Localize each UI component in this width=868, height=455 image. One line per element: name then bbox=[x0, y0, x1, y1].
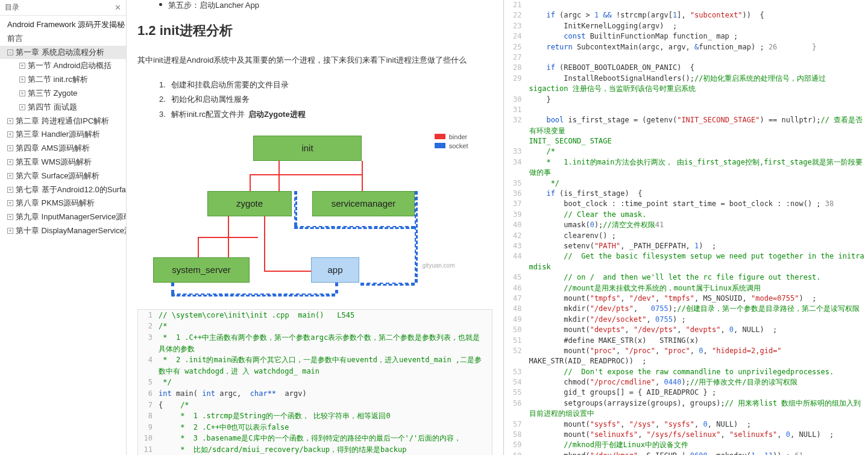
list-item: 2.初始化和启动属性服务 bbox=[159, 92, 492, 107]
code-line: 32 bool is_first_stage = (getenv("INIT_S… bbox=[510, 115, 865, 136]
code-line: 50 mount("devpts", "/dev/pts", "devpts",… bbox=[510, 325, 865, 335]
expand-icon[interactable]: + bbox=[19, 104, 25, 110]
toc-label: 第三章 Handler源码解析 bbox=[16, 130, 100, 139]
ordered-list: 1.创建和挂载启动所需要的文件目录2.初始化和启动属性服务3.解析init.rc… bbox=[159, 78, 492, 122]
code-line: 29 InstallRebootSignalHandlers();//初始化重启… bbox=[510, 74, 865, 84]
toc-label: 第三节 Zygote bbox=[28, 89, 77, 98]
legend: binder socket bbox=[435, 133, 468, 151]
list-item: 1.创建和挂载启动所需要的文件目录 bbox=[159, 78, 492, 93]
code-line: 4 * 2 .init的main函数有两个其它入口，一是参数中有ueventd，… bbox=[138, 354, 492, 377]
code-line: 9 * 2 .C++中0也可以表示false bbox=[138, 422, 492, 433]
code-line: 28 if (REBOOT_BOOTLOADER_ON_PANIC) { bbox=[510, 63, 865, 73]
toc-item[interactable]: +第二节 init.rc解析 bbox=[0, 73, 126, 87]
toc-label: 前言 bbox=[7, 34, 23, 43]
content-right: 2122 if (argc > 1 && !strcmp(argv[1], "s… bbox=[504, 0, 869, 455]
expand-icon[interactable]: + bbox=[7, 118, 13, 124]
toc-item[interactable]: +第十章 DisplayManagerService源码解析 bbox=[0, 224, 126, 238]
toc-item[interactable]: +第三章 Handler源码解析 bbox=[0, 128, 126, 142]
code-line: 11 * 比如/sdcard/miui_recovery/backup，得到的结… bbox=[138, 444, 492, 455]
code-line: 23 InitKernelLogging(argv) ; bbox=[510, 21, 865, 31]
code-line: 1// \system\core\init\init .cpp main() L… bbox=[138, 310, 492, 321]
toc-label: 第八章 PKMS源码解析 bbox=[16, 198, 95, 207]
expand-icon[interactable]: + bbox=[7, 228, 13, 234]
box-servicemanager: servicemanager bbox=[312, 191, 415, 216]
code-line: 45 // on / and then we'll let the rc fil… bbox=[510, 272, 865, 283]
code-line: 53 // Don't expose the raw commandline t… bbox=[510, 367, 865, 377]
code-line: 2/* bbox=[138, 321, 492, 332]
code-line: 31 bbox=[510, 105, 865, 115]
code-line: 5 */ bbox=[138, 377, 492, 388]
toc-item[interactable]: +第九章 InputManagerService源码解析 bbox=[0, 210, 126, 224]
toc-item[interactable]: +第二章 跨进程通信IPC解析 bbox=[0, 115, 126, 128]
code-line: 10 * 3 .basename是C库中的一个函数，得到特定的路径中的最后一个'… bbox=[138, 433, 492, 444]
watermark: gityuan.com bbox=[423, 262, 455, 269]
expand-icon[interactable]: + bbox=[7, 200, 13, 206]
code-line: INIT_ SECOND_ STAGE bbox=[510, 136, 865, 146]
toc-label: 第五章 WMS源码解析 bbox=[16, 157, 92, 166]
box-system-server: system_server bbox=[153, 257, 250, 283]
collapse-icon[interactable]: - bbox=[7, 49, 13, 55]
code-line: 57 mount("sysfs", "/sys", "sysfs", 0, NU… bbox=[510, 419, 865, 430]
toc-item[interactable]: +第五章 WMS源码解析 bbox=[0, 155, 126, 169]
toc-label: 第七章 基于Android12.0的SurfaceFlinger源 bbox=[16, 185, 127, 194]
toc-label: 第二章 跨进程通信IPC解析 bbox=[16, 116, 109, 125]
code-line: 8 * 1 .strcmp是String的一个函数， 比较字符串，相等返回0 bbox=[138, 410, 492, 422]
expand-icon[interactable]: + bbox=[7, 131, 13, 137]
code-line: 21 bbox=[510, 0, 865, 10]
toc-label: 第一节 Android启动概括 bbox=[28, 61, 112, 70]
code-line: 39 // Clear the umask. bbox=[510, 210, 865, 220]
legend-swatch-blue bbox=[435, 143, 445, 148]
code-line: 47 mount("tmpfs", "/dev", "tmpfs", MS_NO… bbox=[510, 293, 865, 304]
code-line: MAKE_STR(AID_ READPROC)) ; bbox=[510, 356, 865, 366]
toc-label: 第四节 面试题 bbox=[28, 102, 77, 111]
expand-icon[interactable]: + bbox=[7, 214, 13, 220]
code-line: 56 setgroups(arraysize(groups), groups);… bbox=[510, 398, 865, 419]
toc-item[interactable]: Android Framework 源码开发揭秘 bbox=[0, 18, 126, 32]
close-icon[interactable]: ✕ bbox=[115, 3, 121, 12]
init-diagram: binder socket init zygote servicemanager… bbox=[137, 131, 492, 300]
toc-item[interactable]: +第三节 Zygote bbox=[0, 87, 126, 101]
intro-paragraph: 其中init进程是Android系统中及其重要的第一个进程，接下来我们来看下in… bbox=[137, 53, 492, 68]
toc-label: 第六章 Surface源码解析 bbox=[16, 171, 99, 180]
toc-item[interactable]: +第七章 基于Android12.0的SurfaceFlinger源 bbox=[0, 183, 126, 197]
code-line: 22 if (argc > 1 && !strcmp(argv[1], "sub… bbox=[510, 10, 865, 20]
toc-label: 第十章 DisplayManagerService源码解析 bbox=[16, 226, 127, 235]
legend-swatch-red bbox=[435, 134, 445, 139]
expand-icon[interactable]: + bbox=[7, 145, 13, 151]
code-block-left: 1// \system\core\init\init .cpp main() L… bbox=[137, 309, 492, 455]
list-item: 3.解析init.rc配置文件并启动Zygote进程 bbox=[159, 107, 492, 122]
step5: 第五步：启动Lancher App bbox=[159, 0, 492, 11]
code-line: sigaction 注册信号，当监听到该信号时重启系统 bbox=[510, 84, 865, 94]
toc-item[interactable]: -第一章 系统启动流程分析 bbox=[0, 46, 126, 60]
toc-item[interactable]: 前言 bbox=[0, 32, 126, 46]
box-zygote: zygote bbox=[207, 191, 292, 216]
toc-item[interactable]: +第四节 面试题 bbox=[0, 101, 126, 115]
code-line: 42 clearenv() ; bbox=[510, 231, 865, 241]
toc-item[interactable]: +第六章 Surface源码解析 bbox=[0, 169, 126, 183]
sidebar-title: 目录 bbox=[5, 2, 19, 13]
expand-icon[interactable]: + bbox=[7, 173, 13, 179]
code-line: 58 mount("selinuxfs", "/sys/fs/selinux",… bbox=[510, 430, 865, 440]
code-line: 49 mkdir("/dev/socket", 0755) ; bbox=[510, 315, 865, 325]
toc-item[interactable]: +第四章 AMS源码解析 bbox=[0, 142, 126, 155]
sidebar: 目录 ✕ Android Framework 源码开发揭秘前言-第一章 系统启动… bbox=[0, 0, 127, 455]
toc-item[interactable]: +第八章 PKMS源码解析 bbox=[0, 196, 126, 210]
code-line: 54 chmod("/proc/cmdline", 0440);//用于修改文件… bbox=[510, 377, 865, 388]
toc-item[interactable]: +第一节 Android启动概括 bbox=[0, 59, 126, 73]
toc-tree: Android Framework 源码开发揭秘前言-第一章 系统启动流程分析+… bbox=[0, 16, 126, 240]
expand-icon[interactable]: + bbox=[7, 187, 13, 193]
code-line: 44 // Get the basic filesystem setup we … bbox=[510, 251, 865, 272]
expand-icon[interactable]: + bbox=[19, 90, 25, 96]
code-line: 33 /* bbox=[510, 146, 865, 157]
toc-label: 第二节 init.rc解析 bbox=[28, 75, 88, 84]
code-line: 35 */ bbox=[510, 178, 865, 189]
expand-icon[interactable]: + bbox=[19, 77, 25, 83]
code-line: 25 return SubcontextMain(argc, argv, &fu… bbox=[510, 42, 865, 52]
content-left: 第五步：启动Lancher App 1.2 init进程分析 其中init进程是… bbox=[127, 0, 504, 455]
expand-icon[interactable]: + bbox=[19, 63, 25, 69]
code-line: 46 //mount是用来挂载文件系统的，mount属于Linux系统调用 bbox=[510, 283, 865, 293]
code-line: 7{ /* bbox=[138, 400, 492, 411]
code-line: 36 if (is_first_stage) { bbox=[510, 189, 865, 199]
code-block-right: 2122 if (argc > 1 && !strcmp(argv[1], "s… bbox=[510, 0, 865, 455]
expand-icon[interactable]: + bbox=[7, 159, 13, 165]
